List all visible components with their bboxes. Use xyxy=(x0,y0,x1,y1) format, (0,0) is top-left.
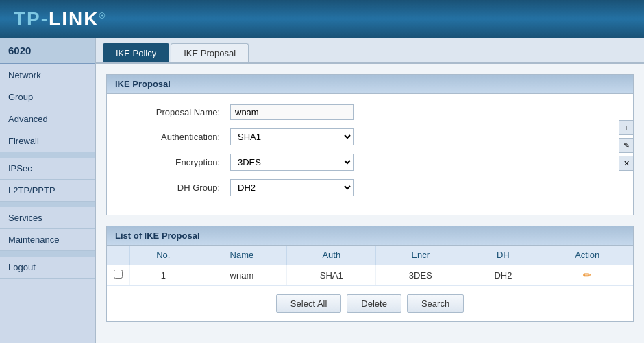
form-row-dh-group: DH Group: DH1 DH2 DH5 xyxy=(121,179,619,196)
row-checkbox[interactable] xyxy=(114,270,123,279)
header: TP-LINK® xyxy=(0,0,644,38)
label-dh-group: DH Group: xyxy=(121,182,230,193)
label-proposal-name: Proposal Name: xyxy=(121,107,230,117)
ike-proposal-form-section: IKE Proposal Proposal Name: Authenticati… xyxy=(106,74,634,215)
row-action[interactable]: ✏ xyxy=(541,265,633,286)
row-no: 1 xyxy=(130,265,197,286)
tab-ike-policy[interactable]: IKE Policy xyxy=(103,43,169,62)
row-encr: 3DES xyxy=(376,265,465,286)
sidebar-item-l2tp[interactable]: L2TP/PPTP xyxy=(0,180,95,202)
col-name: Name xyxy=(197,246,287,265)
label-encryption: Encryption: xyxy=(121,157,230,167)
col-no: No. xyxy=(130,246,197,265)
row-dh: DH2 xyxy=(465,265,541,286)
logo-tp: TP- xyxy=(14,8,49,29)
table-row: 1 wnam SHA1 3DES DH2 ✏ xyxy=(107,265,633,286)
input-proposal-name[interactable] xyxy=(230,104,354,120)
delete-button[interactable]: Delete xyxy=(347,294,401,313)
select-dh-group[interactable]: DH1 DH2 DH5 xyxy=(230,179,354,196)
form-row-encryption: Encryption: DES 3DES AES128 AES192 AES25… xyxy=(121,154,619,171)
row-auth: SHA1 xyxy=(287,265,376,286)
sidebar-item-group[interactable]: Group xyxy=(0,86,95,108)
sidebar-device-id: 6020 xyxy=(0,38,95,64)
label-authentication: Authentication: xyxy=(121,132,230,142)
col-encr: Encr xyxy=(376,246,465,265)
edit-row-icon[interactable]: ✏ xyxy=(583,270,591,281)
col-action: Action xyxy=(541,246,633,265)
select-encryption[interactable]: DES 3DES AES128 AES192 AES256 xyxy=(230,154,354,171)
list-section-header: List of IKE Proposal xyxy=(107,226,633,246)
right-action-buttons: + ✎ ✕ xyxy=(619,120,634,171)
sidebar-separator-3 xyxy=(0,251,95,257)
list-section: List of IKE Proposal No. Name Auth Encr … xyxy=(106,226,634,322)
table-header-row: No. Name Auth Encr DH Action xyxy=(107,246,633,265)
col-auth: Auth xyxy=(287,246,376,265)
table-area: No. Name Auth Encr DH Action xyxy=(107,246,633,285)
tab-bar: IKE Policy IKE Proposal xyxy=(96,38,644,64)
main-layout: 6020 Network Group Advanced Firewall IPS… xyxy=(0,38,644,343)
tab-ike-proposal[interactable]: IKE Proposal xyxy=(171,43,249,62)
sidebar: 6020 Network Group Advanced Firewall IPS… xyxy=(0,38,96,343)
form-row-authentication: Authentication: MD5 SHA1 SHA256 xyxy=(121,128,619,145)
form-row-proposal-name: Proposal Name: xyxy=(121,104,619,120)
delete-right-button[interactable]: ✕ xyxy=(619,156,634,171)
sidebar-item-network[interactable]: Network xyxy=(0,64,95,86)
sidebar-item-ipsec[interactable]: IPSec xyxy=(0,158,95,180)
sidebar-item-logout[interactable]: Logout xyxy=(0,257,95,279)
sidebar-item-advanced[interactable]: Advanced xyxy=(0,108,95,130)
search-button[interactable]: Search xyxy=(407,294,464,313)
sidebar-separator xyxy=(0,152,95,158)
content-area: IKE Policy IKE Proposal IKE Proposal Pro… xyxy=(96,38,644,343)
add-button[interactable]: + xyxy=(619,120,634,135)
ike-proposal-table: No. Name Auth Encr DH Action xyxy=(107,246,633,285)
col-dh: DH xyxy=(465,246,541,265)
sidebar-item-firewall[interactable]: Firewall xyxy=(0,130,95,152)
sidebar-item-services[interactable]: Services xyxy=(0,207,95,229)
sidebar-separator-2 xyxy=(0,202,95,207)
content-wrapper: IKE Policy IKE Proposal IKE Proposal Pro… xyxy=(96,38,644,322)
select-all-button[interactable]: Select All xyxy=(276,294,341,313)
bottom-buttons: Select All Delete Search xyxy=(107,285,633,321)
col-checkbox xyxy=(107,246,130,265)
row-name: wnam xyxy=(197,265,287,286)
row-checkbox-cell xyxy=(107,265,130,286)
edit-button[interactable]: ✎ xyxy=(619,138,634,153)
form-area: Proposal Name: Authentication: MD5 SHA1 … xyxy=(107,94,633,215)
form-section-header: IKE Proposal xyxy=(107,75,633,94)
logo: TP-LINK® xyxy=(14,8,106,30)
logo-trademark: ® xyxy=(99,10,106,20)
sidebar-item-maintenance[interactable]: Maintenance xyxy=(0,229,95,251)
select-authentication[interactable]: MD5 SHA1 SHA256 xyxy=(230,128,354,145)
logo-link: LINK xyxy=(49,8,99,29)
